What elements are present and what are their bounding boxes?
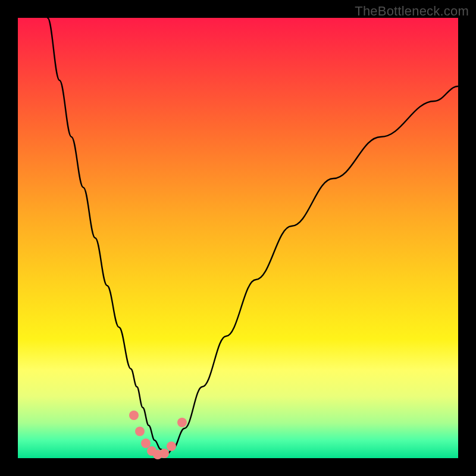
highlight-dot (141, 439, 151, 448)
chart-frame: TheBottleneck.com (0, 0, 476, 476)
plot-area (18, 18, 458, 458)
highlight-dot (159, 449, 169, 458)
highlight-dot (167, 441, 176, 451)
bottleneck-curve (48, 18, 458, 455)
watermark-text: TheBottleneck.com (355, 4, 469, 19)
curve-svg (18, 18, 458, 458)
highlight-dots (129, 411, 187, 459)
highlight-dot (129, 411, 139, 420)
highlight-dot (135, 427, 145, 436)
highlight-dot (177, 418, 187, 427)
